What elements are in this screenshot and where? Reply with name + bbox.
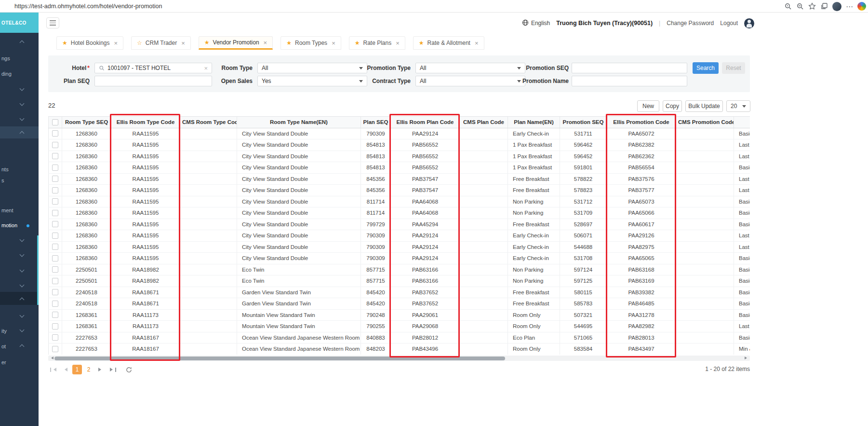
table-row[interactable]: 2240518RAA18671Garden View Standard Twin… [49, 298, 750, 310]
promotion-seq-field[interactable] [572, 63, 687, 73]
sidebar-item[interactable]: er [1, 359, 6, 365]
sidebar-item[interactable]: ot [1, 344, 6, 349]
table-row[interactable]: 1268361RAA11173Mountain View Standard Tw… [49, 321, 750, 332]
table-row[interactable]: 2240518RAA18671Garden View Standard Twin… [49, 287, 750, 298]
open-sales-select[interactable]: Yes [257, 76, 367, 86]
sidebar-item[interactable]: nts [1, 166, 9, 172]
chevron-down-icon[interactable] [20, 283, 25, 288]
table-row[interactable]: 1268360RAA11595City View Standard Double… [49, 173, 750, 185]
password-key-icon[interactable] [784, 2, 792, 10]
column-header[interactable]: Ellis Promotion Code [607, 117, 676, 128]
table-row[interactable]: 1268360RAA11595City View Standard Double… [49, 207, 750, 219]
language-selector[interactable]: English [522, 19, 550, 27]
sidebar-scrollbar-thumb[interactable] [37, 235, 39, 305]
promotion-seq-input[interactable] [576, 65, 683, 71]
chevron-down-icon[interactable] [20, 86, 25, 91]
sidebar-item[interactable]: ment [1, 207, 13, 213]
sidebar-item-active[interactable]: motion [1, 222, 17, 228]
tab-crm-trader[interactable]: ☆CRM Trader× [131, 36, 191, 50]
chevron-down-icon[interactable] [20, 101, 25, 106]
promotion-type-select[interactable]: All [415, 63, 525, 73]
close-icon[interactable]: × [396, 40, 400, 47]
column-header[interactable] [734, 117, 750, 128]
row-checkbox[interactable] [52, 244, 58, 250]
chevron-down-icon[interactable] [20, 328, 25, 332]
pager-last-button[interactable] [108, 365, 118, 374]
page-size-select[interactable]: 20 [726, 100, 750, 112]
pager-first-button[interactable] [48, 365, 58, 374]
tab-rate-allotment[interactable]: ★Rate & Allotment× [413, 36, 484, 50]
sidebar-item[interactable]: s [1, 178, 4, 183]
browser-address-bar[interactable]: https://test-adm.ohmyhotel.com/hotel/ven… [0, 0, 868, 13]
scroll-right-arrow-icon[interactable] [745, 357, 748, 359]
star-icon[interactable]: ★ [419, 40, 424, 46]
table-row[interactable]: 1268360RAA11595City View Standard Double… [49, 185, 750, 196]
row-checkbox[interactable] [52, 210, 58, 216]
tab-hotel-bookings[interactable]: ★Hotel Bookings× [56, 36, 123, 50]
column-header[interactable]: Ellis Room Type Code [111, 117, 180, 128]
chevron-up-icon[interactable] [20, 41, 25, 45]
pager-next-button[interactable] [96, 365, 106, 374]
close-icon[interactable]: × [114, 40, 118, 47]
star-outline-icon[interactable]: ☆ [137, 40, 142, 46]
column-header[interactable]: Room Type SEQ [62, 117, 111, 128]
sidebar-item[interactable]: ngs [1, 55, 10, 61]
reset-button[interactable]: Reset [722, 62, 745, 74]
row-checkbox[interactable] [52, 323, 58, 330]
user-avatar-icon[interactable] [744, 18, 754, 28]
search-button[interactable]: Search [693, 62, 719, 74]
horizontal-scrollbar[interactable] [48, 356, 750, 361]
close-icon[interactable]: × [475, 40, 479, 47]
row-checkbox[interactable] [52, 346, 58, 352]
table-row[interactable]: 1268360RAA11595City View Standard Double… [49, 128, 750, 139]
pager-refresh-button[interactable] [124, 365, 134, 374]
star-icon[interactable]: ★ [286, 40, 292, 46]
bulk-update-button[interactable]: Bulk Update [685, 100, 723, 112]
row-checkbox[interactable] [52, 153, 58, 159]
chevron-down-icon[interactable] [20, 116, 25, 121]
row-checkbox[interactable] [52, 142, 58, 148]
page-button-1[interactable]: 1 [72, 365, 82, 374]
column-header[interactable]: CMS Plan Code [460, 117, 508, 128]
contract-type-select[interactable]: All [415, 76, 525, 86]
table-row[interactable]: 1268361RAA11173Mountain View Standard Tw… [49, 309, 750, 321]
change-password-link[interactable]: Change Password [667, 20, 714, 27]
table-row[interactable]: 1268360RAA11595City View Standard Double… [49, 139, 750, 151]
collections-icon[interactable] [820, 2, 828, 10]
row-checkbox[interactable] [52, 130, 58, 137]
copy-button[interactable]: Copy [663, 100, 682, 112]
tab-room-types[interactable]: ★Room Types× [280, 36, 341, 50]
chevron-down-icon[interactable] [20, 268, 25, 273]
hotel-search-field[interactable]: × [94, 63, 212, 73]
table-row[interactable]: 2227653RAA18167Ocean View Standard Japan… [49, 344, 750, 355]
logout-link[interactable]: Logout [720, 20, 738, 27]
column-header[interactable]: CMS Promotion Code [676, 117, 734, 128]
favorites-star-icon[interactable] [808, 2, 816, 10]
column-header[interactable]: Room Type Name(EN) [237, 117, 361, 128]
row-checkbox[interactable] [52, 312, 58, 318]
zoom-out-icon[interactable] [796, 2, 804, 10]
pager-prev-button[interactable] [60, 365, 70, 374]
table-row[interactable]: 2250501RAA18982Eco Twin857715PAB63166Non… [49, 264, 750, 275]
url-text[interactable]: https://test-adm.ohmyhotel.com/hotel/ven… [14, 3, 162, 10]
column-header[interactable]: Plan SEQ [361, 117, 391, 128]
row-checkbox[interactable] [52, 176, 58, 182]
row-checkbox[interactable] [52, 301, 58, 307]
table-row[interactable]: 2227653RAA18167Ocean View Standard Japan… [49, 332, 750, 344]
star-icon[interactable]: ★ [204, 40, 210, 45]
scroll-left-arrow-icon[interactable] [50, 357, 53, 359]
table-row[interactable]: 1268360RAA11595City View Standard Double… [49, 219, 750, 230]
column-header[interactable]: Plan Name(EN) [508, 117, 560, 128]
chevron-down-icon[interactable] [20, 252, 25, 257]
select-all-checkbox[interactable] [52, 119, 58, 125]
tab-vendor-promotion[interactable]: ★Vendor Promotion× [199, 36, 273, 50]
tab-rate-plans[interactable]: ★Rate Plans× [349, 36, 405, 50]
row-checkbox[interactable] [52, 289, 58, 295]
table-row[interactable]: 1268360RAA11595City View Standard Double… [49, 253, 750, 264]
chevron-up-icon[interactable] [20, 344, 25, 349]
table-row[interactable]: 1268360RAA11595City View Standard Double… [49, 162, 750, 174]
row-checkbox[interactable] [52, 198, 58, 205]
column-header[interactable]: Promotion SEQ [560, 117, 607, 128]
close-icon[interactable]: × [264, 39, 267, 46]
star-icon[interactable]: ★ [62, 40, 67, 46]
